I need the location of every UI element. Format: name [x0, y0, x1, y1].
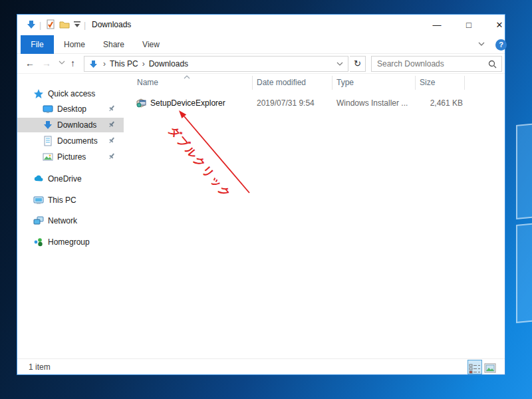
sidebar-item-quick-access[interactable]: Quick access	[17, 86, 124, 101]
documents-icon	[43, 136, 53, 146]
sidebar-item-downloads[interactable]: Downloads	[17, 118, 124, 132]
sidebar-item-network[interactable]: Network	[17, 213, 124, 228]
sidebar-item-documents[interactable]: Documents	[17, 134, 124, 148]
tab-home[interactable]: Home	[59, 35, 90, 54]
address-bar[interactable]: › This PC › Downloads	[84, 56, 348, 72]
pin-icon	[108, 120, 116, 128]
separator: |	[39, 21, 41, 30]
sidebar-item-label: Pictures	[57, 152, 86, 162]
column-header-size[interactable]: Size	[420, 78, 435, 87]
sidebar-item-label: Quick access	[48, 89, 95, 98]
sidebar-item-pictures[interactable]: Pictures	[17, 150, 124, 164]
sidebar-item-label: Network	[48, 216, 77, 225]
downloads-arrow-icon	[43, 120, 53, 130]
column-header-row: Name Date modified Type Size	[124, 74, 505, 92]
new-folder-icon[interactable]	[59, 19, 70, 30]
this-pc-icon	[33, 195, 44, 205]
file-date-modified: 2019/07/31 9:54	[257, 98, 315, 108]
breadcrumb-separator: ›	[141, 59, 146, 68]
back-button[interactable]: ←	[25, 58, 35, 68]
large-icons-view-toggle[interactable]	[483, 360, 497, 374]
address-dropdown-chevron-icon[interactable]	[336, 62, 343, 66]
main-content: Quick access Desktop Downloads	[17, 74, 505, 358]
annotation-arrow	[124, 74, 506, 360]
network-icon	[33, 215, 44, 226]
sidebar-item-label: Homegroup	[48, 237, 90, 247]
file-name: SetupDeviceExplorer	[150, 98, 225, 108]
sidebar-item-label: This PC	[48, 196, 76, 205]
customize-qat-icon[interactable]	[73, 21, 84, 32]
msi-installer-icon	[136, 98, 146, 108]
location-downloads-icon	[89, 60, 98, 68]
window-title: Downloads	[92, 20, 131, 29]
desktop: { "window": { "title": "Downloads", "con…	[0, 0, 532, 399]
breadcrumb-this-pc[interactable]: This PC	[107, 59, 141, 68]
status-bar: 1 item	[17, 358, 505, 374]
sidebar-item-onedrive[interactable]: OneDrive	[17, 172, 124, 186]
column-header-type[interactable]: Type	[336, 78, 354, 87]
sidebar-item-label: Documents	[57, 136, 98, 146]
expand-ribbon-chevron-icon[interactable]	[477, 41, 485, 47]
recent-locations-chevron-icon[interactable]	[59, 61, 65, 65]
details-view-toggle[interactable]	[467, 360, 482, 374]
separator: |	[84, 21, 86, 30]
sort-ascending-icon	[184, 75, 190, 79]
sidebar-item-label: OneDrive	[48, 174, 82, 184]
file-list-pane: Name Date modified Type Size SetupDevice…	[124, 74, 505, 358]
properties-icon[interactable]	[45, 19, 56, 30]
search-icon[interactable]	[488, 60, 497, 68]
tab-share[interactable]: Share	[97, 35, 130, 54]
refresh-button[interactable]: ↻	[350, 56, 366, 72]
annotation-text: ダブルクリック	[165, 123, 235, 202]
forward-button[interactable]: →	[42, 58, 51, 68]
minimize-button[interactable]: —	[424, 15, 450, 35]
file-row[interactable]: SetupDeviceExplorer 2019/07/31 9:54 Wind…	[124, 96, 505, 110]
close-button[interactable]: ✕	[486, 15, 513, 35]
onedrive-cloud-icon	[33, 174, 44, 184]
sidebar-item-label: Downloads	[57, 120, 96, 130]
pictures-icon	[43, 152, 53, 162]
title-bar: | | Downloads — □ ✕	[17, 15, 505, 35]
desktop-icon	[43, 104, 53, 114]
wallpaper-beam	[516, 222, 532, 323]
quick-access-star-icon	[33, 88, 44, 99]
pin-icon	[108, 152, 116, 160]
wallpaper-beam	[516, 122, 532, 219]
maximize-button[interactable]: □	[456, 15, 482, 35]
up-button[interactable]: ↑	[70, 58, 75, 68]
pin-icon	[108, 136, 116, 144]
column-header-date-modified[interactable]: Date modified	[257, 78, 306, 87]
file-type: Windows Installer ...	[336, 98, 408, 108]
search-input[interactable]	[372, 57, 485, 71]
help-button[interactable]: ?	[495, 39, 507, 51]
tab-file[interactable]: File	[21, 35, 54, 54]
tab-view[interactable]: View	[136, 35, 166, 54]
navigation-pane: Quick access Desktop Downloads	[17, 74, 124, 358]
homegroup-icon	[33, 237, 44, 247]
navigation-bar: ← → ↑ › This PC › Downloads ↻	[17, 54, 505, 74]
item-count: 1 item	[29, 362, 51, 372]
sidebar-item-this-pc[interactable]: This PC	[17, 193, 124, 207]
explorer-window: | | Downloads — □ ✕ File Home Share View…	[17, 14, 505, 375]
column-header-name[interactable]: Name	[137, 78, 158, 87]
sidebar-item-label: Desktop	[57, 104, 86, 114]
downloads-folder-icon	[26, 19, 37, 30]
file-size: 2,461 KB	[415, 98, 463, 108]
search-box	[371, 56, 502, 72]
sidebar-item-homegroup[interactable]: Homegroup	[17, 235, 124, 249]
breadcrumb-downloads[interactable]: Downloads	[146, 59, 191, 68]
breadcrumb-separator: ›	[102, 59, 107, 68]
pin-icon	[108, 104, 116, 112]
ribbon-tab-row: File Home Share View ?	[17, 35, 505, 54]
sidebar-item-desktop[interactable]: Desktop	[17, 102, 124, 116]
